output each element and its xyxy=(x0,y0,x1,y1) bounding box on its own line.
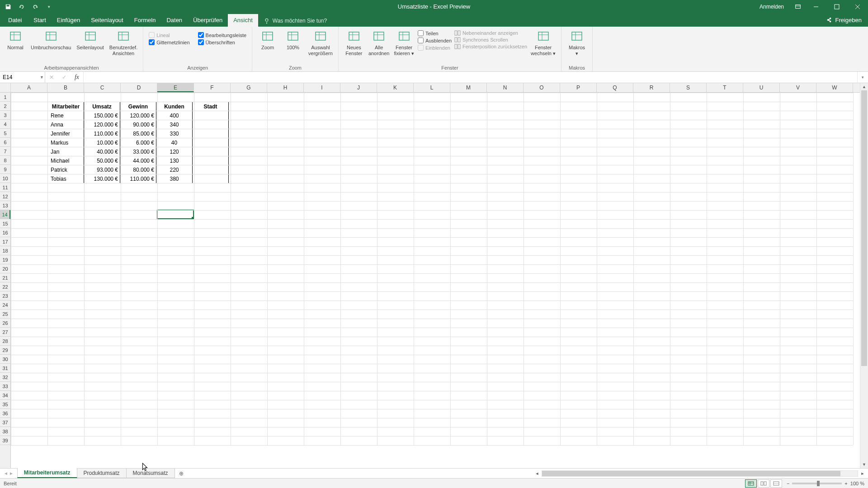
col-header-Q[interactable]: Q xyxy=(597,83,633,92)
col-header-I[interactable]: I xyxy=(304,83,340,92)
tab-ansicht[interactable]: Ansicht xyxy=(228,14,258,27)
row-header-15[interactable]: 15 xyxy=(0,219,10,228)
check-überschriften[interactable]: Überschriften xyxy=(198,39,247,45)
col-header-T[interactable]: T xyxy=(707,83,743,92)
window-btn-0[interactable]: NeuesFenster xyxy=(342,28,366,57)
row-header-11[interactable]: 11 xyxy=(0,183,10,192)
minimize-button[interactable] xyxy=(806,0,826,13)
view-page-layout-icon[interactable] xyxy=(758,479,769,488)
tab-einfügen[interactable]: Einfügen xyxy=(52,14,85,27)
row-header-22[interactable]: 22 xyxy=(0,282,10,291)
row-header-21[interactable]: 21 xyxy=(0,273,10,282)
zoom-slider[interactable] xyxy=(792,483,842,484)
col-header-L[interactable]: L xyxy=(414,83,450,92)
scroll-up-icon[interactable]: ▲ xyxy=(860,83,868,90)
row-header-2[interactable]: 2 xyxy=(0,102,10,111)
col-header-E[interactable]: E xyxy=(157,83,194,92)
col-header-R[interactable]: R xyxy=(633,83,670,92)
col-header-C[interactable]: C xyxy=(84,83,121,92)
col-header-U[interactable]: U xyxy=(743,83,780,92)
undo-icon[interactable] xyxy=(16,1,27,12)
share-button[interactable]: Freigeben xyxy=(820,14,868,27)
row-header-19[interactable]: 19 xyxy=(0,255,10,264)
row-header-4[interactable]: 4 xyxy=(0,120,10,129)
view-btn-3[interactable]: Benutzerdef.Ansichten xyxy=(108,28,139,57)
check-teilen[interactable]: Teilen xyxy=(418,30,452,36)
col-header-S[interactable]: S xyxy=(670,83,707,92)
zoom-level[interactable]: 100 % xyxy=(850,481,864,486)
row-header-18[interactable]: 18 xyxy=(0,246,10,255)
col-header-O[interactable]: O xyxy=(524,83,560,92)
row-header-25[interactable]: 25 xyxy=(0,310,10,319)
zoom-out-button[interactable]: − xyxy=(787,481,789,486)
row-header-34[interactable]: 34 xyxy=(0,391,10,400)
sheet-tab-mitarbeiterumsatz[interactable]: Mitarbeiterumsatz xyxy=(17,468,77,478)
row-header-7[interactable]: 7 xyxy=(0,147,10,156)
row-header-29[interactable]: 29 xyxy=(0,346,10,355)
switch-windows-button[interactable]: Fensterwechseln ▾ xyxy=(529,28,557,57)
row-header-39[interactable]: 39 xyxy=(0,436,10,445)
column-headers[interactable]: ABCDEFGHIJKLMNOPQRSTUVW xyxy=(11,83,860,93)
col-header-A[interactable]: A xyxy=(11,83,47,92)
zoom-btn-2[interactable]: Auswahlvergrößern xyxy=(307,28,335,57)
col-header-N[interactable]: N xyxy=(487,83,524,92)
row-header-9[interactable]: 9 xyxy=(0,165,10,174)
worksheet-grid[interactable]: ABCDEFGHIJKLMNOPQRSTUVW 1234567891011121… xyxy=(0,83,868,468)
tab-formeln[interactable]: Formeln xyxy=(129,14,161,27)
view-btn-0[interactable]: Normal xyxy=(4,28,27,52)
col-header-H[interactable]: H xyxy=(267,83,304,92)
row-header-26[interactable]: 26 xyxy=(0,319,10,328)
tell-me-search[interactable]: Was möchten Sie tun? xyxy=(258,18,332,27)
row-header-12[interactable]: 12 xyxy=(0,192,10,201)
window-btn-1[interactable]: Alleanordnen xyxy=(367,28,392,57)
sheet-tab-produktumsatz[interactable]: Produktumsatz xyxy=(77,469,127,478)
redo-icon[interactable] xyxy=(30,1,41,12)
row-header-23[interactable]: 23 xyxy=(0,291,10,300)
row-header-14[interactable]: 14 xyxy=(0,210,10,219)
row-header-1[interactable]: 1 xyxy=(0,93,10,102)
row-header-16[interactable]: 16 xyxy=(0,228,10,237)
col-header-P[interactable]: P xyxy=(560,83,597,92)
row-header-36[interactable]: 36 xyxy=(0,409,10,418)
row-header-33[interactable]: 33 xyxy=(0,382,10,391)
check-ausblenden[interactable]: Ausblenden xyxy=(418,38,452,43)
row-header-31[interactable]: 31 xyxy=(0,364,10,373)
col-header-V[interactable]: V xyxy=(780,83,816,92)
qat-customize-icon[interactable]: ▾ xyxy=(43,1,54,12)
sheet-tab-monatsumsatz[interactable]: Monatsumsatz xyxy=(126,469,175,478)
tab-daten[interactable]: Daten xyxy=(161,14,188,27)
close-button[interactable] xyxy=(847,0,868,13)
scroll-thumb[interactable] xyxy=(861,90,867,366)
horizontal-scrollbar[interactable]: ◄ ► xyxy=(533,469,868,478)
name-box-dropdown-icon[interactable]: ▼ xyxy=(40,75,44,80)
row-header-6[interactable]: 6 xyxy=(0,138,10,147)
active-cell[interactable] xyxy=(157,210,194,219)
window-btn-2[interactable]: Fensterfixieren ▾ xyxy=(392,28,416,57)
row-headers[interactable]: 1234567891011121314151617181920212223242… xyxy=(0,93,11,468)
zoom-btn-0[interactable]: Zoom xyxy=(256,28,279,52)
col-header-F[interactable]: F xyxy=(194,83,231,92)
row-header-5[interactable]: 5 xyxy=(0,129,10,138)
tab-file[interactable]: Datei xyxy=(2,14,28,27)
signin-button[interactable]: Anmelden xyxy=(753,4,790,10)
save-icon[interactable] xyxy=(3,1,14,12)
view-page-break-icon[interactable] xyxy=(770,479,782,488)
col-header-B[interactable]: B xyxy=(47,83,84,92)
col-header-W[interactable]: W xyxy=(816,83,853,92)
scroll-left-icon[interactable]: ◄ xyxy=(533,471,541,476)
check-bearbeitungsleiste[interactable]: Bearbeitungsleiste xyxy=(198,32,247,38)
name-box[interactable]: E14 ▼ xyxy=(0,72,45,83)
row-header-35[interactable]: 35 xyxy=(0,400,10,409)
row-header-13[interactable]: 13 xyxy=(0,201,10,210)
row-header-17[interactable]: 17 xyxy=(0,237,10,246)
row-header-24[interactable]: 24 xyxy=(0,300,10,310)
maximize-button[interactable] xyxy=(826,0,847,13)
tab-start[interactable]: Start xyxy=(28,14,51,27)
tab-seitenlayout[interactable]: Seitenlayout xyxy=(85,14,129,27)
row-header-3[interactable]: 3 xyxy=(0,111,10,120)
add-sheet-button[interactable]: ⊕ xyxy=(175,469,188,478)
zoom-btn-1[interactable]: 100% xyxy=(281,28,305,52)
check-gitternetzlinien[interactable]: Gitternetzlinien xyxy=(149,39,189,45)
row-header-20[interactable]: 20 xyxy=(0,264,10,273)
display-options-icon[interactable] xyxy=(790,0,806,13)
